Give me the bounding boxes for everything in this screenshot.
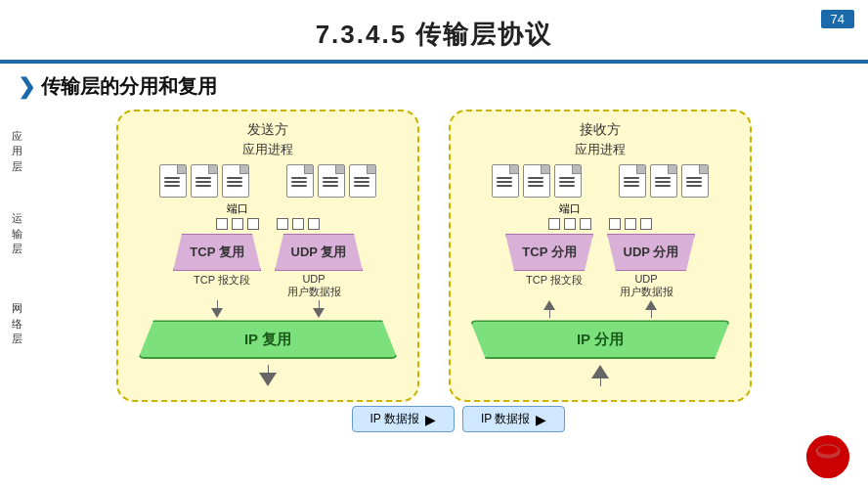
diagram-area: 发送方 应用进程 端口 — [0, 110, 868, 402]
receiver-doc-1 — [492, 164, 519, 198]
receiver-port-squares-left — [548, 218, 591, 230]
bottom-datagram-row: IP 数据报 ▶ IP 数据报 ▶ — [0, 406, 868, 432]
receiver-ip-box: IP 分用 — [470, 320, 730, 359]
sender-ip-datagram-box: IP 数据报 ▶ — [352, 406, 455, 432]
sender-tcp-funnel: TCP 复用 — [173, 234, 261, 271]
sender-port-label-left: 端口 — [227, 201, 248, 216]
sender-box: 发送方 应用进程 端口 — [116, 110, 419, 402]
receiver-ip-datagram-text: IP 数据报 — [481, 411, 530, 427]
receiver-title: 接收方 — [462, 121, 738, 139]
receiver-arrow-right-icon: ▶ — [536, 412, 546, 427]
sender-tcp-ports: 端口 — [216, 201, 259, 230]
sender-ip-datagram-text: IP 数据报 — [370, 411, 419, 427]
redhat-logo — [805, 434, 850, 479]
header-bar — [0, 60, 868, 64]
sender-port-squares-left — [216, 218, 259, 230]
svg-point-3 — [818, 446, 838, 455]
receiver-udp-funnel-wrap: UDP 分用 — [607, 234, 695, 271]
sender-tcp-arrow-down — [173, 300, 261, 318]
sender-ip-section: IP 复用 — [138, 320, 398, 359]
receiver-tcp-ports: 端口 — [548, 201, 591, 230]
sender-doc-6 — [349, 164, 376, 198]
receiver-tcp-arrow-up — [505, 300, 593, 318]
section-title: ❯ 传输层的分用和复用 — [0, 73, 868, 100]
receiver-port-squares-right — [609, 218, 652, 230]
receiver-port-sq-3 — [580, 218, 591, 230]
sender-arrows-to-ip — [130, 300, 406, 318]
section-arrow-icon: ❯ — [18, 74, 35, 100]
sender-doc-5 — [318, 164, 345, 198]
sender-doc-2 — [191, 164, 218, 198]
sender-udp-arrow-down — [275, 300, 363, 318]
receiver-doc-row — [462, 164, 738, 198]
sender-port-squares-right — [277, 218, 320, 230]
receiver-ip-datagram-section: IP 数据报 ▶ — [462, 406, 565, 432]
sender-udp-funnel: UDP 复用 — [275, 234, 363, 271]
sender-tcp-funnel-wrap: TCP 复用 — [173, 234, 261, 271]
receiver-udp-ports: 端口 — [609, 201, 652, 230]
receiver-port-sq-2 — [564, 218, 576, 230]
receiver-doc-group-right — [619, 164, 709, 198]
sender-ip-box: IP 复用 — [138, 320, 398, 359]
receiver-doc-6 — [681, 164, 709, 198]
sender-title: 发送方 — [130, 121, 406, 139]
receiver-doc-5 — [650, 164, 677, 198]
receiver-port-sq-4 — [609, 218, 621, 230]
receiver-tcp-funnel-wrap: TCP 分用 — [505, 234, 593, 271]
receiver-doc-4 — [619, 164, 646, 198]
sender-port-sq-6 — [308, 218, 320, 230]
sender-app-process: 应用进程 — [130, 141, 406, 158]
receiver-port-row: 端口 端口 — [462, 201, 738, 230]
receiver-port-sq-1 — [548, 218, 560, 230]
receiver-arrows-from-ip — [462, 300, 738, 318]
receiver-port-label-left: 端口 — [559, 201, 581, 216]
sender-udp-ports: 端口 — [277, 201, 320, 230]
section-title-text: 传输层的分用和复用 — [41, 73, 217, 100]
receiver-segment-labels: TCP 报文段 UDP用户数据报 — [462, 273, 738, 298]
receiver-udp-funnel: UDP 分用 — [607, 234, 695, 271]
receiver-app-process: 应用进程 — [462, 141, 738, 158]
sender-segment-labels: TCP 报文段 UDP用户数据报 — [130, 273, 406, 298]
receiver-doc-3 — [554, 164, 582, 198]
sender-doc-group-right — [286, 164, 376, 198]
receiver-tcp-funnel: TCP 分用 — [505, 234, 593, 271]
slide-number: 74 — [821, 10, 854, 28]
sender-ip-arrow-down — [130, 365, 406, 386]
sender-doc-row — [130, 164, 406, 198]
receiver-tcp-segment-label: TCP 报文段 — [510, 273, 598, 288]
sender-doc-group-left — [159, 164, 249, 198]
sender-port-sq-5 — [292, 218, 304, 230]
receiver-funnel-row: TCP 分用 UDP 分用 — [462, 234, 738, 271]
receiver-box: 接收方 应用进程 端口 — [449, 110, 752, 402]
sender-ip-datagram-section: IP 数据报 ▶ — [352, 406, 455, 432]
receiver-ip-section: IP 分用 — [470, 320, 730, 359]
receiver-udp-arrow-up — [607, 300, 695, 318]
slide-title: 7.3.4.5 传输层协议 — [0, 0, 868, 60]
sender-doc-4 — [286, 164, 314, 198]
sender-port-sq-4 — [277, 218, 288, 230]
page-header: 7.3.4.5 传输层协议 74 — [0, 0, 868, 64]
sender-doc-3 — [222, 164, 249, 198]
sender-arrow-right-icon: ▶ — [425, 412, 436, 427]
sender-udp-datagram-label: UDP用户数据报 — [270, 273, 358, 298]
receiver-port-sq-6 — [640, 218, 652, 230]
sender-doc-1 — [159, 164, 187, 198]
sender-port-sq-2 — [232, 218, 243, 230]
sender-funnel-row: TCP 复用 UDP 复用 — [130, 234, 406, 271]
sender-port-sq-1 — [216, 218, 228, 230]
receiver-doc-2 — [523, 164, 550, 198]
sender-tcp-segment-label: TCP 报文段 — [178, 273, 266, 288]
receiver-port-sq-5 — [625, 218, 636, 230]
receiver-ip-datagram-box: IP 数据报 ▶ — [462, 406, 565, 432]
receiver-ip-arrow-up — [462, 365, 738, 386]
sender-udp-funnel-wrap: UDP 复用 — [275, 234, 363, 271]
sender-port-sq-3 — [247, 218, 259, 230]
receiver-udp-datagram-label: UDP用户数据报 — [602, 273, 690, 298]
receiver-doc-group-left — [492, 164, 582, 198]
sender-port-row: 端口 端口 — [130, 201, 406, 230]
redhat-logo-svg — [805, 434, 850, 479]
